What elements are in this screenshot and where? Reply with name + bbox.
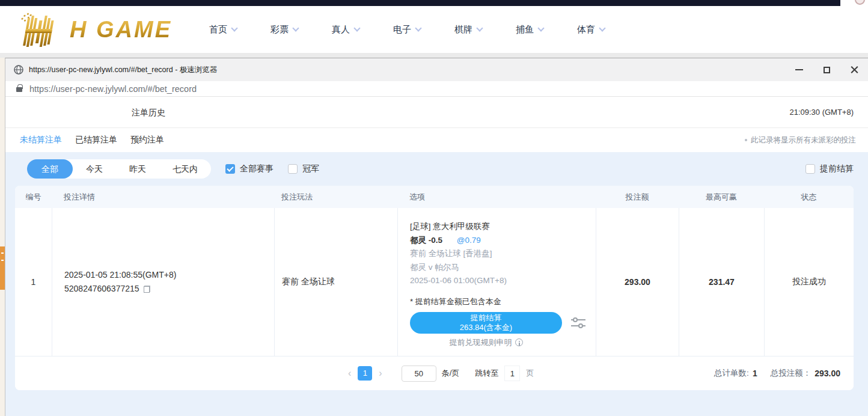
col-header-detail: 投注详情 xyxy=(52,192,274,203)
info-icon[interactable] xyxy=(515,338,523,346)
cashout-rule-link[interactable]: 提前兑现规则申明 xyxy=(410,337,562,348)
browser-addressbar[interactable]: https://user-pc-new.jylywl.com/#/bet_rec… xyxy=(5,81,868,97)
all-events-checkbox[interactable] xyxy=(225,164,235,174)
league-name: [足球] 意大利甲级联赛 xyxy=(410,220,596,234)
chevron-down-icon xyxy=(537,25,544,31)
jump-to-label: 跳转至 xyxy=(475,368,498,379)
table-row: 1 2025-01-05 21:08:55(GMT+8) 52082476063… xyxy=(15,208,854,356)
page-unit-label: 页 xyxy=(526,368,534,379)
date-filter-segmented: 全部 今天 昨天 七天内 xyxy=(27,159,211,179)
total-stake-label: 总投注额： xyxy=(771,368,811,379)
early-settle-checkbox[interactable] xyxy=(805,164,815,174)
market-info: 赛前 全场让球 [香港盘] xyxy=(410,247,596,261)
corner-ring-icon xyxy=(855,0,865,5)
champion-label: 冠军 xyxy=(302,164,319,174)
cashout-button-amount: 263.84(含本金) xyxy=(460,323,512,332)
row-number: 1 xyxy=(15,208,52,356)
match-name: 都灵 v 帕尔马 xyxy=(410,261,596,275)
nav-item-board[interactable]: 棋牌 xyxy=(454,24,482,35)
tab-unsettled[interactable]: 未结算注单 xyxy=(20,135,62,145)
stake-cell: 293.00 xyxy=(596,208,679,356)
champion-checkbox[interactable] xyxy=(288,164,298,174)
nav-label: 棋牌 xyxy=(454,24,472,35)
nav-label: 捕鱼 xyxy=(516,24,534,35)
total-count-value: 1 xyxy=(753,369,757,378)
window-controls xyxy=(785,58,868,81)
col-header-play: 投注玩法 xyxy=(274,192,397,203)
logo-text: H GAME xyxy=(70,17,172,43)
browser-titlebar[interactable]: https://user-pc-new.jylywl.com/#/bet_rec… xyxy=(5,58,868,81)
page-number-button[interactable]: 1 xyxy=(358,366,372,381)
bet-id: 5208247606377215 xyxy=(64,282,139,296)
nav-item-sports[interactable]: 体育 xyxy=(577,24,605,35)
lock-icon xyxy=(16,87,22,92)
current-time: 21:09:30 (GMT+8) xyxy=(789,108,854,117)
page-title-row: 注单历史 21:09:30 (GMT+8) xyxy=(5,97,868,128)
nav-label: 真人 xyxy=(332,24,350,35)
odds-value: @0.79 xyxy=(457,236,481,245)
chevron-down-icon xyxy=(415,25,421,31)
tab-reserved[interactable]: 预约注单 xyxy=(130,135,164,145)
total-count-label: 总计单数: xyxy=(714,368,749,379)
early-settle-checkbox-group[interactable]: 提前结算 xyxy=(805,164,854,174)
play-type-cell: 赛前 全场让球 xyxy=(274,208,397,356)
totals: 总计单数: 1 总投注额： 293.00 xyxy=(714,368,840,379)
tabs-row: 未结算注单 已结算注单 预约注单 此记录将显示所有未派彩的投注 xyxy=(5,128,868,152)
nav-item-slots[interactable]: 电子 xyxy=(393,24,421,35)
site-logo[interactable]: H GAME xyxy=(12,12,172,47)
match-time: 2025-01-06 01:00(GMT+8) xyxy=(410,274,596,288)
nav-item-live[interactable]: 真人 xyxy=(332,24,359,35)
date-filter-today[interactable]: 今天 xyxy=(73,159,116,179)
nav-label: 首页 xyxy=(209,24,227,35)
cashout-rule-text: 提前兑现规则申明 xyxy=(450,337,512,348)
maximize-button[interactable] xyxy=(813,58,840,81)
url-text[interactable]: https://user-pc-new.jylywl.com/#/bet_rec… xyxy=(29,84,197,94)
status-cell: 投注成功 xyxy=(764,208,854,356)
next-page-button[interactable]: › xyxy=(375,368,385,379)
minimize-button[interactable] xyxy=(785,58,813,81)
left-page-strip xyxy=(0,58,5,416)
nav-item-home[interactable]: 首页 xyxy=(209,24,237,35)
minimize-icon xyxy=(795,69,803,70)
window-title: https://user-pc-new.jylywl.com/#/bet_rec… xyxy=(29,65,785,75)
col-header-maxwin: 最高可赢 xyxy=(679,192,764,203)
prev-page-button[interactable]: ‹ xyxy=(344,368,355,379)
cashout-button-title: 提前结算 xyxy=(471,313,502,322)
all-events-checkbox-group[interactable]: 全部赛事 xyxy=(225,164,274,174)
close-icon xyxy=(851,66,858,74)
page-size-input[interactable] xyxy=(402,366,436,382)
nav-label: 体育 xyxy=(577,24,595,35)
floating-widget-fragment[interactable] xyxy=(0,246,5,290)
cashout-button[interactable]: 提前结算 263.84(含本金) xyxy=(410,312,562,334)
sliders-icon[interactable] xyxy=(570,316,586,329)
date-filter-all[interactable]: 全部 xyxy=(27,159,73,179)
stake-value: 293.00 xyxy=(596,277,679,287)
main-nav: 首页 彩票 真人 电子 棋牌 捕鱼 体育 xyxy=(209,24,638,35)
bet-time: 2025-01-05 21:08:55(GMT+8) xyxy=(64,268,274,282)
globe-icon xyxy=(14,65,23,75)
tab-settled[interactable]: 已结算注单 xyxy=(75,135,117,145)
logo-icon xyxy=(12,12,67,47)
col-header-status: 状态 xyxy=(764,192,854,203)
site-header: H GAME 首页 彩票 真人 电子 棋牌 捕鱼 体育 xyxy=(0,6,868,53)
col-header-no: 编号 xyxy=(15,192,52,203)
nav-item-fishing[interactable]: 捕鱼 xyxy=(516,24,543,35)
bet-detail-cell: 2025-01-05 21:08:55(GMT+8) 5208247606377… xyxy=(52,208,274,356)
nav-item-lottery[interactable]: 彩票 xyxy=(270,24,298,35)
chevron-down-icon xyxy=(292,25,299,31)
close-button[interactable] xyxy=(840,58,868,81)
maxwin-value: 231.47 xyxy=(679,277,764,287)
browser-window: https://user-pc-new.jylywl.com/#/bet_rec… xyxy=(5,58,868,416)
champion-checkbox-group[interactable]: 冠军 xyxy=(288,164,319,174)
date-filter-7days[interactable]: 七天内 xyxy=(159,159,211,179)
jump-page-input[interactable] xyxy=(504,366,520,381)
nav-label: 彩票 xyxy=(270,24,289,35)
chevron-down-icon xyxy=(476,25,483,31)
date-filter-yesterday[interactable]: 昨天 xyxy=(116,159,159,179)
cashout-note: * 提前结算金额已包含本金 xyxy=(410,296,596,308)
status-value: 投注成功 xyxy=(765,277,854,287)
col-header-stake: 投注额 xyxy=(596,192,679,203)
copy-icon[interactable] xyxy=(144,286,150,293)
nav-label: 电子 xyxy=(393,24,411,35)
bet-record-page: 注单历史 21:09:30 (GMT+8) 未结算注单 已结算注单 预约注单 此… xyxy=(5,97,868,416)
